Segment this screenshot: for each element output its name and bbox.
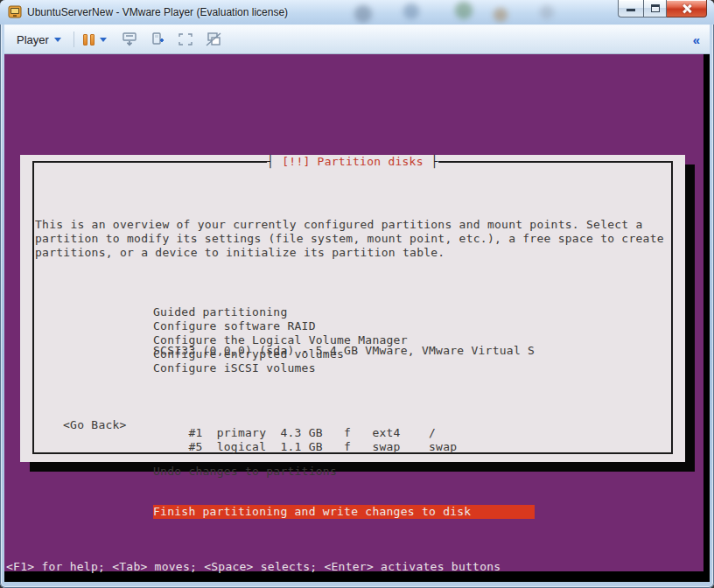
player-menu-label: Player <box>17 33 49 46</box>
chevron-down-icon <box>54 38 61 42</box>
collapse-toolbar-button[interactable]: « <box>693 32 700 47</box>
intro-line: This is an overview of your currently co… <box>35 218 664 232</box>
close-button[interactable] <box>667 0 707 18</box>
removable-devices-button[interactable] <box>146 30 169 49</box>
send-ctrl-alt-del-icon <box>121 32 138 47</box>
title-left-tick: ┤ <box>267 155 274 168</box>
fullscreen-button[interactable] <box>174 30 197 49</box>
partition-disks-dialog: ┤[!!] Partition disks├ This is an overvi… <box>20 155 685 462</box>
maximize-icon <box>651 4 660 12</box>
window-controls <box>618 0 707 18</box>
unity-mode-button[interactable] <box>202 30 225 49</box>
toolbar-separator <box>74 32 74 47</box>
suspend-button-group[interactable] <box>83 34 107 46</box>
disk-summary-item[interactable]: SCSI33 (0,0,0) (sda) - 5.4 GB VMware, VM… <box>153 344 535 358</box>
player-menu-button[interactable]: Player <box>13 31 65 49</box>
menu-action-list: Guided partitioningConfigure software RA… <box>153 263 535 277</box>
dialog-title-text: [!!] Partition disks <box>274 155 431 168</box>
removable-devices-icon <box>149 32 166 47</box>
maximize-button[interactable] <box>643 0 667 18</box>
vmware-player-window: UbuntuServerNew - VMware Player (Evaluat… <box>0 0 714 588</box>
partition-menu: Guided partitioningConfigure software RA… <box>153 237 535 545</box>
window-title: UbuntuServerNew - VMware Player (Evaluat… <box>27 6 288 18</box>
vm-display-area: ┤[!!] Partition disks├ This is an overvi… <box>4 54 710 582</box>
minimize-button[interactable] <box>618 0 643 18</box>
menu-item[interactable]: Configure software RAID <box>153 319 535 333</box>
pause-icon <box>83 34 94 46</box>
partition-row[interactable]: #5 logical 1.1 GB f swap swap <box>153 440 535 454</box>
unity-mode-icon <box>205 32 222 47</box>
installer-screen: ┤[!!] Partition disks├ This is an overvi… <box>4 54 704 571</box>
menu-item[interactable]: Configure iSCSI volumes <box>153 361 535 375</box>
go-back-button[interactable]: <Go Back> <box>63 418 127 432</box>
close-icon <box>682 4 692 14</box>
fullscreen-icon <box>177 32 194 47</box>
title-right-tick: ├ <box>431 155 438 168</box>
partition-table: #1 primary 4.3 GB f ext4 / #5 logical 1.… <box>153 384 535 398</box>
finish-partitioning-item-selected[interactable]: Finish partitioning and write changes to… <box>153 505 535 519</box>
installer-help-bar: <F1> for help; <Tab> moves; <Space> sele… <box>6 560 500 574</box>
pause-dropdown-icon[interactable] <box>100 38 107 42</box>
undo-changes-item[interactable]: Undo changes to partitions <box>153 465 535 479</box>
send-ctrl-alt-del-button[interactable] <box>118 30 141 49</box>
vmware-app-icon <box>8 5 22 19</box>
minimize-icon <box>626 9 635 11</box>
vmware-toolbar: Player <box>4 24 710 54</box>
dialog-title: ┤[!!] Partition disks├ <box>267 155 438 169</box>
title-bar: UbuntuServerNew - VMware Player (Evaluat… <box>0 0 714 24</box>
